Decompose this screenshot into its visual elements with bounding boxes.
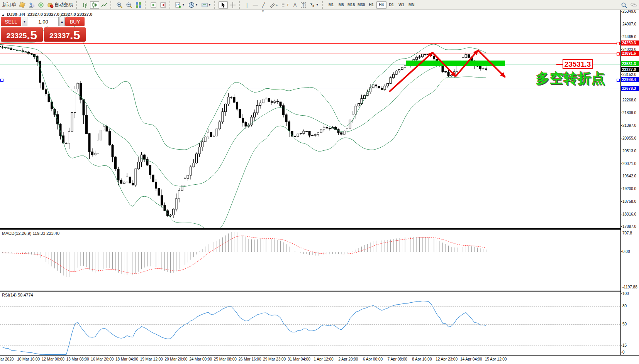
buy-button[interactable]: BUY (65, 17, 85, 26)
rsi-label: RSI(14) 50.4774 (2, 293, 33, 297)
rsi-level-line (0, 324, 620, 325)
price-tick: 23152.0 (622, 72, 636, 77)
macd-axis-tick: 707.8 (622, 231, 632, 235)
hline-23327.0[interactable] (0, 70, 620, 70)
macd-histogram (3, 232, 486, 277)
volume-input[interactable]: 1.00 (28, 17, 59, 26)
price-badge-22678.3: 22678.3 (621, 86, 639, 91)
volume-decrease-button[interactable]: ▼ (22, 17, 27, 26)
hline-23891.6[interactable] (0, 54, 620, 54)
price-badge-23891.6: 23891.6 (621, 51, 639, 56)
symbol-header: ▲ DJ30-,H4 23327.0 23327.0 23327.0 23327… (2, 12, 92, 17)
price-tick: 22268.0 (622, 98, 636, 102)
buy-price-panel[interactable]: 23337.5 (44, 27, 86, 42)
price-tick: 25349.0 (622, 9, 636, 13)
price-tick: 19200.0 (622, 187, 636, 191)
price-tick: 20955.0 (622, 136, 636, 140)
price-tick: 24907.0 (622, 22, 636, 26)
price-tick: 20513.0 (622, 149, 636, 153)
hline-24250.3[interactable] (0, 43, 620, 44)
mt4-window: { "toolbar": { "new_order": "新订单", "auto… (0, 0, 639, 364)
line-endpoint-marker[interactable] (0, 79, 3, 82)
rsi-axis-tick: 15 (622, 343, 627, 347)
line-endpoint-marker[interactable] (617, 42, 620, 45)
sell-price-panel[interactable]: 23325.5 (1, 27, 43, 42)
sell-price-main: 23325 (6, 31, 27, 41)
candles-layer (0, 46, 487, 218)
rsi-axis-tick: 0 (622, 350, 625, 354)
macd-axis-tick: -1197.88 (622, 285, 637, 289)
one-click-trading-panel: SELL ▼ 1.00 ▲ BUY 23325.5 23337.5 (1, 17, 86, 42)
sell-price-frac: .5 (27, 29, 37, 41)
panel-collapse-tab[interactable]: ▼ (259, 10, 266, 13)
symbol-ohlc: 23327.0 23327.0 23327.0 23327.0 (27, 12, 92, 17)
price-badge-23531.3: 23531.3 (621, 61, 639, 66)
volume-increase-button[interactable]: ▲ (59, 17, 65, 26)
price-tick: 18316.0 (622, 212, 636, 216)
price-tick: 17887.0 (622, 224, 636, 229)
price-tick: 21397.0 (622, 123, 636, 128)
sell-button[interactable]: SELL (1, 17, 21, 26)
price-badge-24250.3: 24250.3 (621, 40, 639, 46)
rsi-axis-tick: 100 (622, 292, 629, 296)
highlight-band[interactable] (406, 61, 505, 66)
hline-22988.4[interactable] (0, 80, 620, 80)
rsi-level-line (0, 345, 620, 346)
rsi-line (3, 301, 486, 355)
buy-price-main: 23337 (49, 31, 70, 41)
price-tick: 18758.0 (622, 199, 636, 204)
line-endpoint-marker[interactable] (617, 79, 620, 82)
rsi-axis-tick: 50 (622, 322, 627, 326)
price-tick: 24465.0 (622, 35, 636, 39)
symbol-name: DJ30-,H4 (7, 12, 25, 17)
collapse-arrow-icon[interactable]: ▲ (2, 13, 5, 17)
rsi-level-line (0, 306, 620, 307)
rsi-axis-tick: 80 (622, 304, 627, 308)
price-badge-23327.0: 23327.0 (621, 67, 639, 72)
price-axis[interactable]: 25349.024907.024465.024023.023152.022268… (621, 10, 639, 355)
macd-axis-tick: 0.00 (622, 249, 630, 254)
price-badge-22988.4: 22988.4 (621, 77, 639, 82)
candlestick-chart-canvas[interactable] (0, 0, 639, 364)
price-annotation-dash (556, 64, 563, 65)
buy-price-frac: .5 (70, 29, 80, 41)
price-annotation-box[interactable]: 23531.3 (563, 59, 593, 69)
price-tick: 21839.0 (622, 111, 636, 115)
chinese-annotation-text[interactable]: 多空转折点 (536, 69, 605, 88)
price-tick: 19642.0 (622, 174, 636, 178)
hline-23531.3[interactable] (0, 64, 620, 64)
price-tick: 20071.0 (622, 162, 636, 166)
hline-22678.3[interactable] (0, 89, 620, 89)
line-endpoint-marker[interactable] (617, 52, 620, 56)
macd-label: MACD(12,26,9) 119.33 223.40 (2, 231, 59, 236)
